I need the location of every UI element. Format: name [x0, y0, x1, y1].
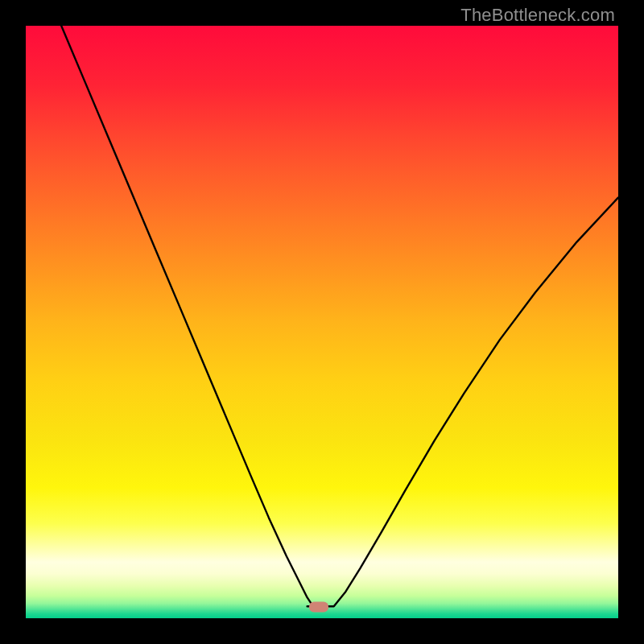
- plot-area: [26, 26, 618, 618]
- chart-stage: TheBottleneck.com: [0, 0, 644, 644]
- optimum-marker: [309, 602, 328, 613]
- bottleneck-curve: [26, 26, 618, 618]
- watermark-text: TheBottleneck.com: [460, 5, 615, 26]
